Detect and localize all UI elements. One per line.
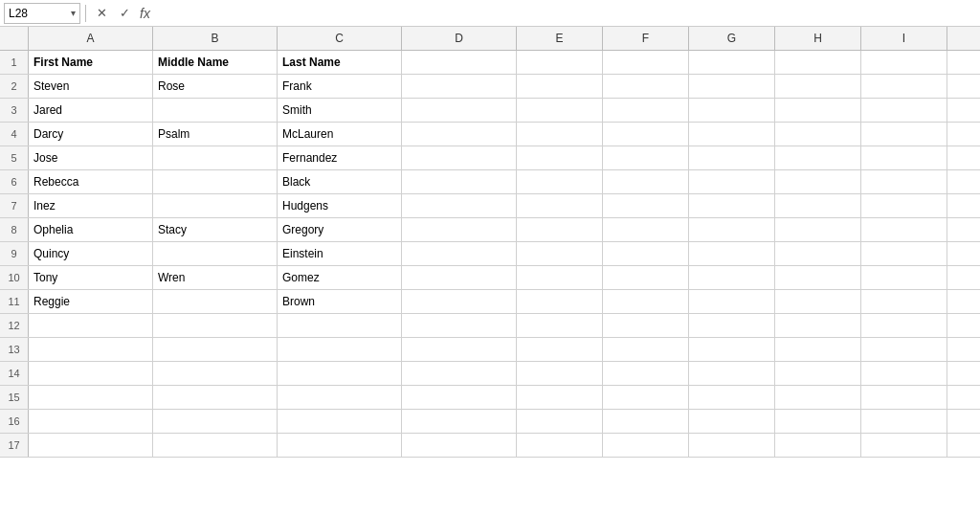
cell-14-I[interactable] — [861, 362, 947, 385]
cancel-formula-button[interactable]: ✕ — [91, 3, 112, 24]
cell-12-B[interactable] — [153, 314, 278, 337]
cell-9-H[interactable] — [775, 242, 861, 265]
cell-13-E[interactable] — [517, 338, 603, 361]
cell-13-H[interactable] — [775, 338, 861, 361]
cell-4-D[interactable] — [402, 123, 517, 146]
cell-4-A[interactable]: Darcy — [29, 123, 153, 146]
cell-3-F[interactable] — [603, 99, 689, 122]
cell-8-D[interactable] — [402, 218, 517, 241]
cell-16-A[interactable] — [29, 410, 153, 433]
cell-13-G[interactable] — [689, 338, 775, 361]
cell-11-F[interactable] — [603, 290, 689, 313]
cell-10-B[interactable]: Wren — [153, 266, 278, 289]
cell-1-F[interactable] — [603, 51, 689, 74]
cell-6-C[interactable]: Black — [278, 170, 402, 193]
col-header-d[interactable]: D — [402, 27, 517, 50]
cell-10-I[interactable] — [861, 266, 947, 289]
cell-6-I[interactable] — [861, 170, 947, 193]
cell-15-A[interactable] — [29, 386, 153, 409]
cell-4-I[interactable] — [861, 123, 947, 146]
cell-10-E[interactable] — [517, 266, 603, 289]
cell-10-C[interactable]: Gomez — [278, 266, 402, 289]
col-header-f[interactable]: F — [603, 27, 689, 50]
cell-3-G[interactable] — [689, 99, 775, 122]
cell-2-E[interactable] — [517, 75, 603, 98]
cell-11-A[interactable]: Reggie — [29, 290, 153, 313]
cell-15-C[interactable] — [278, 386, 402, 409]
cell-9-I[interactable] — [861, 242, 947, 265]
cell-4-B[interactable]: Psalm — [153, 123, 278, 146]
cell-15-E[interactable] — [517, 386, 603, 409]
col-header-g[interactable]: G — [689, 27, 775, 50]
cell-16-G[interactable] — [689, 410, 775, 433]
cell-9-C[interactable]: Einstein — [278, 242, 402, 265]
col-header-a[interactable]: A — [29, 27, 153, 50]
cell-7-C[interactable]: Hudgens — [278, 194, 402, 217]
cell-16-H[interactable] — [775, 410, 861, 433]
cell-13-D[interactable] — [402, 338, 517, 361]
cell-16-C[interactable] — [278, 410, 402, 433]
cell-14-H[interactable] — [775, 362, 861, 385]
cell-16-D[interactable] — [402, 410, 517, 433]
cell-8-H[interactable] — [775, 218, 861, 241]
cell-5-B[interactable] — [153, 146, 278, 169]
cell-8-C[interactable]: Gregory — [278, 218, 402, 241]
cell-3-A[interactable]: Jared — [29, 99, 153, 122]
cell-16-E[interactable] — [517, 410, 603, 433]
cell-17-E[interactable] — [517, 434, 603, 457]
cell-17-I[interactable] — [861, 434, 947, 457]
cell-10-H[interactable] — [775, 266, 861, 289]
cell-13-A[interactable] — [29, 338, 153, 361]
cell-13-I[interactable] — [861, 338, 947, 361]
cell-17-C[interactable] — [278, 434, 402, 457]
cell-1-B[interactable]: Middle Name — [153, 51, 278, 74]
cell-5-F[interactable] — [603, 146, 689, 169]
cell-8-I[interactable] — [861, 218, 947, 241]
cell-7-F[interactable] — [603, 194, 689, 217]
cell-12-F[interactable] — [603, 314, 689, 337]
cell-7-D[interactable] — [402, 194, 517, 217]
cell-2-I[interactable] — [861, 75, 947, 98]
cell-3-B[interactable] — [153, 99, 278, 122]
col-header-b[interactable]: B — [153, 27, 278, 50]
cell-5-D[interactable] — [402, 146, 517, 169]
cell-12-C[interactable] — [278, 314, 402, 337]
cell-6-D[interactable] — [402, 170, 517, 193]
cell-15-H[interactable] — [775, 386, 861, 409]
cell-11-G[interactable] — [689, 290, 775, 313]
cell-1-E[interactable] — [517, 51, 603, 74]
cell-3-D[interactable] — [402, 99, 517, 122]
cell-17-F[interactable] — [603, 434, 689, 457]
cell-17-G[interactable] — [689, 434, 775, 457]
cell-6-G[interactable] — [689, 170, 775, 193]
cell-12-H[interactable] — [775, 314, 861, 337]
cell-14-A[interactable] — [29, 362, 153, 385]
cell-5-G[interactable] — [689, 146, 775, 169]
cell-9-B[interactable] — [153, 242, 278, 265]
cell-11-B[interactable] — [153, 290, 278, 313]
cell-12-I[interactable] — [861, 314, 947, 337]
cell-11-H[interactable] — [775, 290, 861, 313]
cell-8-G[interactable] — [689, 218, 775, 241]
cell-6-H[interactable] — [775, 170, 861, 193]
cell-1-C[interactable]: Last Name — [278, 51, 402, 74]
cell-4-E[interactable] — [517, 123, 603, 146]
cell-2-H[interactable] — [775, 75, 861, 98]
cell-8-E[interactable] — [517, 218, 603, 241]
cell-14-E[interactable] — [517, 362, 603, 385]
cell-4-G[interactable] — [689, 123, 775, 146]
cell-7-G[interactable] — [689, 194, 775, 217]
cell-5-I[interactable] — [861, 146, 947, 169]
cell-3-I[interactable] — [861, 99, 947, 122]
cell-2-C[interactable]: Frank — [278, 75, 402, 98]
cell-11-E[interactable] — [517, 290, 603, 313]
cell-2-G[interactable] — [689, 75, 775, 98]
cell-5-A[interactable]: Jose — [29, 146, 153, 169]
cell-11-C[interactable]: Brown — [278, 290, 402, 313]
cell-15-I[interactable] — [861, 386, 947, 409]
cell-4-F[interactable] — [603, 123, 689, 146]
cell-13-C[interactable] — [278, 338, 402, 361]
col-header-c[interactable]: C — [278, 27, 402, 50]
cell-15-D[interactable] — [402, 386, 517, 409]
cell-9-G[interactable] — [689, 242, 775, 265]
